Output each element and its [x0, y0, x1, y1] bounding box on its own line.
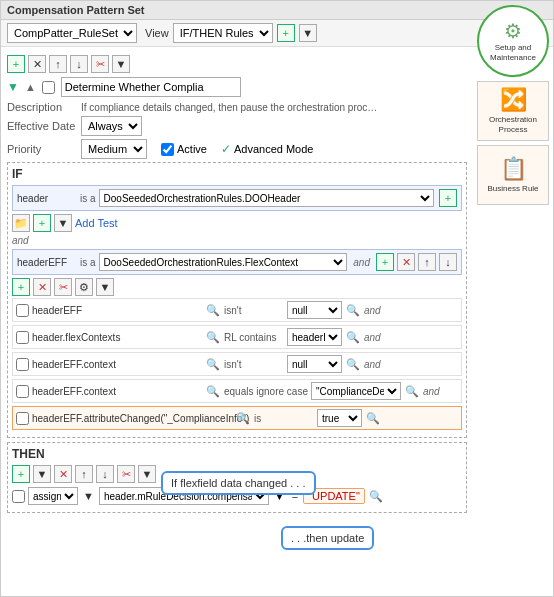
- eff-date-label: Effective Date: [7, 120, 77, 132]
- cond-search-4[interactable]: 🔍: [205, 383, 221, 399]
- callout-bubble-1: If flexfield data changed . . .: [161, 471, 316, 495]
- test-dropdown-button[interactable]: ▼: [54, 214, 72, 232]
- callout-text-2: . . .then update: [291, 532, 364, 544]
- cond-cb-5[interactable]: [16, 412, 29, 425]
- cond-and-2: and: [364, 332, 381, 343]
- eff-up-btn[interactable]: ↑: [418, 253, 436, 271]
- eff-cond-select[interactable]: DooSeededOrchestrationRules.FlexContext: [99, 253, 348, 271]
- eff-date-row: Effective Date Always: [7, 116, 467, 136]
- cond-val-sel-5[interactable]: true: [317, 409, 362, 427]
- cond-search-val-2[interactable]: 🔍: [345, 329, 361, 345]
- add-test-row: 📁 + ▼ Add Test: [12, 214, 462, 232]
- then-more-btn[interactable]: ▼: [138, 465, 156, 483]
- folder-button[interactable]: 📁: [12, 214, 30, 232]
- cond-search-2[interactable]: 🔍: [205, 329, 221, 345]
- delete-button[interactable]: ✕: [28, 55, 46, 73]
- header-condition: header is a DooSeededOrchestrationRules.…: [12, 185, 462, 211]
- rule-title-input[interactable]: [61, 77, 241, 97]
- assign-search-btn[interactable]: 🔍: [368, 488, 384, 504]
- view-label: View: [145, 27, 169, 39]
- if-label: IF: [12, 167, 462, 181]
- business-rule-label: Business Rule: [487, 184, 538, 194]
- right-panel: ⚙ Setup andMaintenance 🔀 Orchestration P…: [473, 1, 553, 209]
- rule-toolbar: + ✕ ↑ ↓ ✂ ▼: [7, 55, 467, 73]
- eff-more-btn[interactable]: ▼: [96, 278, 114, 296]
- cond-op-2: RL contains: [224, 332, 284, 343]
- dropdown-button[interactable]: ▼: [299, 24, 317, 42]
- assign-type-select[interactable]: assign: [28, 487, 78, 505]
- then-up-btn[interactable]: ↑: [75, 465, 93, 483]
- cond-op-4: equals ignore case: [224, 386, 308, 397]
- page-title: Compensation Pattern Set: [7, 4, 145, 16]
- then-dn-btn[interactable]: ↓: [96, 465, 114, 483]
- down-button[interactable]: ↓: [70, 55, 88, 73]
- cond-field-1: headerEFF: [32, 305, 202, 316]
- cond-val-sel-1[interactable]: null: [287, 301, 342, 319]
- cond-val-sel-2[interactable]: headerEFF: [287, 328, 342, 346]
- header-cond-select[interactable]: DooSeededOrchestrationRules.DOOHeader: [99, 189, 434, 207]
- rule-number-icon: ▲: [25, 81, 36, 93]
- then-add-btn[interactable]: +: [12, 465, 30, 483]
- cut-button[interactable]: ✂: [91, 55, 109, 73]
- up-button[interactable]: ↑: [49, 55, 67, 73]
- cond-cb-2[interactable]: [16, 331, 29, 344]
- advanced-checkmark: ✓: [221, 142, 231, 156]
- collapse-icon[interactable]: ▼: [7, 80, 19, 94]
- eff-del-btn[interactable]: ✕: [397, 253, 415, 271]
- cond-row-2: header.flexContexts 🔍 RL contains header…: [12, 325, 462, 349]
- more-button[interactable]: ▼: [112, 55, 130, 73]
- cond-row-5: headerEFF.attributeChanged("_ComplianceI…: [12, 406, 462, 430]
- header-cond-field: header: [17, 193, 77, 204]
- cond-val-sel-3[interactable]: null: [287, 355, 342, 373]
- eff-and-suffix: and: [353, 257, 370, 268]
- cond-search-val-3[interactable]: 🔍: [345, 356, 361, 372]
- cond-search-val-4[interactable]: 🔍: [404, 383, 420, 399]
- cond-search-val-5[interactable]: 🔍: [365, 410, 381, 426]
- cond-search-3[interactable]: 🔍: [205, 356, 221, 372]
- cond-cb-3[interactable]: [16, 358, 29, 371]
- then-del-btn[interactable]: ✕: [54, 465, 72, 483]
- cond-field-4: headerEFF.context: [32, 386, 202, 397]
- cond-row-4: headerEFF.context 🔍 equals ignore case "…: [12, 379, 462, 403]
- cond-and-4: and: [423, 386, 440, 397]
- cond-and-1: and: [364, 305, 381, 316]
- business-rule-icon: 📋: [500, 156, 527, 182]
- cond-search-val-1[interactable]: 🔍: [345, 302, 361, 318]
- cond-op-3: isn't: [224, 359, 284, 370]
- setup-maintenance-button[interactable]: ⚙ Setup andMaintenance: [477, 5, 549, 77]
- then-drop-btn[interactable]: ▼: [33, 465, 51, 483]
- description-row: Description If compliance details change…: [7, 101, 467, 113]
- add-button[interactable]: +: [7, 55, 25, 73]
- business-rule-button[interactable]: 📋 Business Rule: [477, 145, 549, 205]
- priority-select[interactable]: Medium: [81, 139, 147, 159]
- cond-field-2: header.flexContexts: [32, 332, 202, 343]
- eff-gear-btn[interactable]: ⚙: [75, 278, 93, 296]
- view-select[interactable]: IF/THEN Rules: [173, 23, 273, 43]
- orchestration-process-button[interactable]: 🔀 Orchestration Process: [477, 81, 549, 141]
- setup-label: Setup andMaintenance: [490, 43, 536, 62]
- header-add-button[interactable]: +: [439, 189, 457, 207]
- eff-date-select[interactable]: Always: [81, 116, 142, 136]
- cond-search-1[interactable]: 🔍: [205, 302, 221, 318]
- add-rule-button[interactable]: +: [277, 24, 295, 42]
- eff-add2-btn[interactable]: +: [12, 278, 30, 296]
- then-label: THEN: [12, 447, 462, 461]
- add-test-label: Add Test: [75, 217, 118, 229]
- cond-val-sel-4[interactable]: "ComplianceDetails": [311, 382, 401, 400]
- add-test-button[interactable]: +: [33, 214, 51, 232]
- assign-checkbox[interactable]: [12, 490, 25, 503]
- eff-cut-btn[interactable]: ✕: [33, 278, 51, 296]
- eff-dn-btn[interactable]: ↓: [439, 253, 457, 271]
- active-checkbox[interactable]: [161, 143, 174, 156]
- cond-cb-4[interactable]: [16, 385, 29, 398]
- then-scissors-btn[interactable]: ✂: [117, 465, 135, 483]
- cond-search-5[interactable]: 🔍: [235, 410, 251, 426]
- ruleset-select[interactable]: CompPatter_RuleSet_20: [7, 23, 137, 43]
- active-label: Active: [177, 143, 207, 155]
- eff-add-btn[interactable]: +: [376, 253, 394, 271]
- rule-checkbox[interactable]: [42, 81, 55, 94]
- eff-scissors-btn[interactable]: ✂: [54, 278, 72, 296]
- cond-cb-1[interactable]: [16, 304, 29, 317]
- description-value: If compliance details changed, then paus…: [81, 102, 381, 113]
- advanced-label: Advanced Mode: [234, 143, 314, 155]
